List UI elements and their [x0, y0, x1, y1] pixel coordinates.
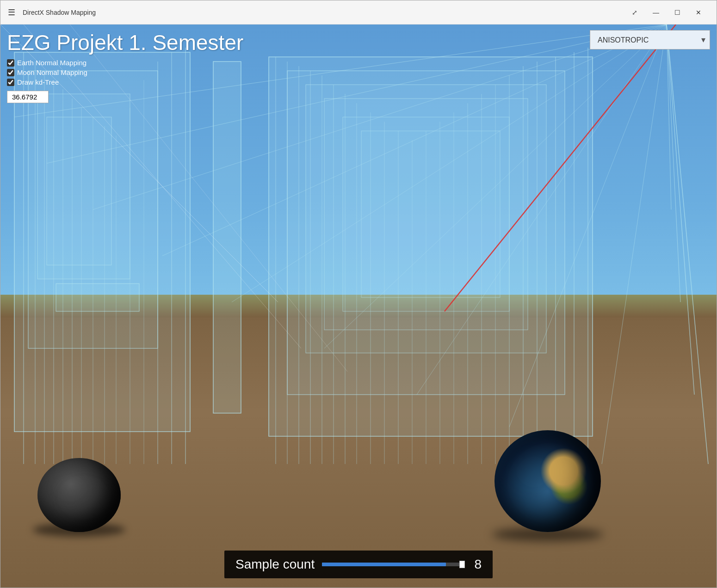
main-window: ☰ DirectX Shadow Mapping ⤢ — ☐ ✕ — [0, 0, 717, 588]
earth-normal-checkbox[interactable] — [7, 59, 14, 67]
filter-dropdown-wrapper: POINT LINEAR ANISOTROPIC ▾ — [590, 30, 710, 50]
sample-count-label: Sample count — [235, 557, 315, 572]
sample-count-bar: Sample count 8 — [224, 551, 493, 578]
kd-tree-checkbox-label[interactable]: Draw kd-Tree — [7, 78, 243, 86]
top-right-overlay: POINT LINEAR ANISOTROPIC ▾ — [590, 30, 710, 50]
window-title: DirectX Shadow Mapping — [23, 9, 617, 16]
hamburger-icon[interactable]: ☰ — [8, 7, 15, 18]
window-controls: ⤢ — ☐ ✕ — [624, 5, 709, 20]
titlebar: ☰ DirectX Shadow Mapping ⤢ — ☐ ✕ — [0, 0, 717, 25]
viewport: EZG Projekt 1. Semester Earth Normal Map… — [0, 25, 717, 588]
horizon-line — [0, 295, 717, 317]
earth-object — [485, 430, 606, 541]
sample-count-value: 8 — [470, 557, 482, 572]
top-left-overlay: EZG Projekt 1. Semester Earth Normal Map… — [7, 30, 243, 103]
maximize-button[interactable]: ☐ — [667, 5, 688, 20]
kd-tree-label: Draw kd-Tree — [17, 78, 59, 86]
moon-normal-checkbox-label[interactable]: Moon Normal Mapping — [7, 68, 243, 76]
moon-sphere — [37, 458, 121, 532]
moon-normal-checkbox[interactable] — [7, 69, 14, 76]
app-title: EZG Projekt 1. Semester — [7, 30, 243, 55]
kd-tree-checkbox[interactable] — [7, 79, 14, 86]
sample-slider-thumb — [459, 561, 465, 568]
close-button[interactable]: ✕ — [688, 5, 709, 20]
sample-slider-track[interactable] — [322, 563, 463, 566]
sample-slider-fill — [322, 563, 446, 566]
minimize-button[interactable]: — — [645, 5, 667, 20]
fps-display: 36.6792 — [7, 91, 49, 103]
checkbox-group: Earth Normal Mapping Moon Normal Mapping… — [7, 59, 243, 86]
moon-normal-label: Moon Normal Mapping — [17, 68, 87, 76]
earth-sphere — [494, 430, 601, 532]
earth-normal-checkbox-label[interactable]: Earth Normal Mapping — [7, 59, 243, 67]
filter-dropdown[interactable]: POINT LINEAR ANISOTROPIC — [590, 30, 710, 50]
moon-object — [28, 439, 130, 532]
earth-normal-label: Earth Normal Mapping — [17, 59, 87, 67]
restore-button[interactable]: ⤢ — [624, 5, 645, 20]
